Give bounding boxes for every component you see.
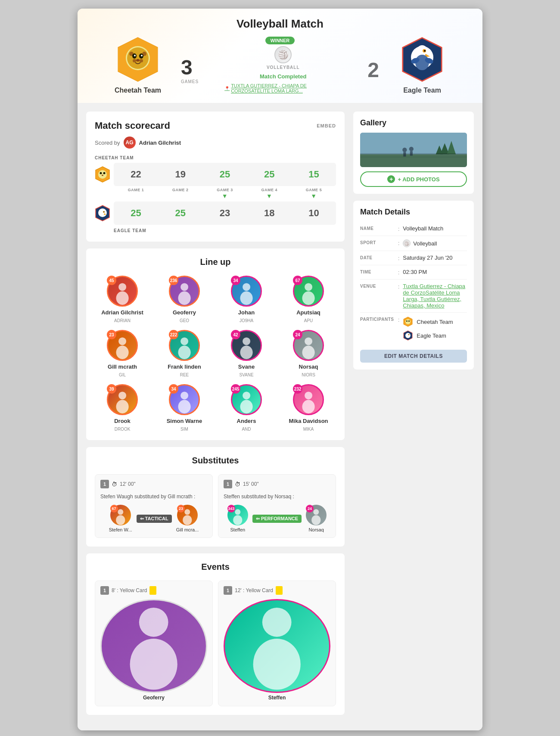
event-player-wrap: Steffen: [224, 599, 330, 701]
eagle-icon-small: [95, 205, 110, 222]
sub-number: 343: [227, 505, 235, 512]
svg-point-67: [314, 509, 319, 515]
detail-time-row: TIME : 02:30 PM: [360, 265, 467, 279]
add-photos-label: + ADD PHOTOS: [398, 176, 439, 183]
player-name: Anders: [237, 418, 256, 424]
event-player-wrap: Geoferry: [100, 599, 207, 701]
event-card: 1 8' : Yellow Card Geoferry: [95, 581, 213, 706]
detail-sport-row: SPORT : 🏐 Volleyball: [360, 236, 467, 251]
player-number: 39: [107, 384, 116, 394]
player-short: GIL: [119, 373, 126, 377]
event-card: 1 12' : Yellow Card Steffen: [218, 581, 336, 706]
cheetah-score-1: 22: [114, 163, 158, 186]
participant-eagle: Eagle Team: [403, 330, 453, 341]
svg-point-49: [243, 337, 250, 345]
player-number: 34: [231, 276, 240, 285]
player-name: Adrian Gilchrist: [101, 309, 143, 316]
sub-player-in-name: Norsaq: [308, 527, 324, 532]
scorecard-title: Match scorecard: [95, 120, 170, 131]
eagle-score-5: 10: [292, 202, 336, 225]
player-number: 42: [231, 330, 240, 339]
add-photos-button[interactable]: + + ADD PHOTOS: [360, 171, 467, 187]
player-card: 67 Aputsiaq APU: [281, 276, 336, 323]
player-number: 232: [293, 384, 302, 394]
event-player-name: Steffen: [268, 695, 286, 701]
detail-val-sport: 🏐 Volleyball: [403, 239, 437, 247]
svg-point-13: [136, 59, 140, 62]
sub-card: 1 ⏱ 12' 00" Stefen Waugh substituted by …: [95, 474, 213, 538]
player-short: SIM: [180, 427, 188, 432]
player-name: Svane: [238, 363, 255, 370]
player-card: 232 Mika Davidson MIKA: [281, 384, 336, 432]
svg-point-43: [305, 283, 312, 291]
left-score: 3: [181, 56, 199, 79]
detail-val-venue[interactable]: Tuxtla Gutierrez - Chiapa de CorzoSatéli…: [403, 283, 467, 309]
venue-link[interactable]: TUXTLA GUTIERREZ - CHIAPA DE CORZOSATÉLI…: [224, 83, 342, 93]
svg-point-55: [180, 391, 188, 399]
detail-key-time: TIME: [360, 269, 395, 276]
cheetah-score-row: 22 19 25 25 15: [95, 163, 336, 186]
lineup-title: Line up: [95, 257, 336, 267]
left-team: Cheetah Team: [95, 36, 181, 94]
svg-point-37: [118, 283, 126, 291]
sport-name: Volleyball: [413, 240, 437, 247]
player-short: ADRIAN: [114, 318, 131, 323]
svg-rect-75: [360, 157, 467, 158]
plus-icon: +: [387, 175, 395, 183]
svg-point-63: [184, 509, 190, 515]
cheetah-participant-icon: [403, 316, 413, 327]
events-title: Events: [95, 562, 336, 572]
cheetah-team-label: CHEETAH TEAM: [95, 155, 336, 160]
player-short: NIORS: [302, 373, 315, 377]
scored-by-label: Scored by: [95, 140, 120, 146]
events-grid: 1 8' : Yellow Card Geoferry: [95, 581, 336, 706]
event-time: 8' : Yellow Card: [112, 587, 147, 593]
eagle-participant-icon: [403, 330, 413, 341]
match-status: Match Completed: [260, 73, 306, 80]
svg-point-12: [141, 55, 143, 56]
player-name: Drook: [114, 418, 131, 424]
player-number: 236: [169, 276, 178, 285]
scorer-name: Adrian Gilchrist: [139, 140, 181, 146]
eagle-team-label: EAGLE TEAM: [114, 228, 336, 233]
svg-point-56: [178, 400, 190, 413]
event-header: 1 12' : Yellow Card: [224, 586, 330, 595]
substitutes-title: Substitutes: [95, 456, 336, 466]
svg-point-64: [183, 515, 192, 525]
players-grid: 45 Adrian Gilchrist ADRIAN 236 Geoferry: [95, 276, 336, 432]
embed-button[interactable]: EMBED: [317, 123, 336, 128]
svg-point-62: [116, 515, 125, 525]
gallery-title: Gallery: [360, 118, 467, 127]
detail-val-name: Volleyball Match: [403, 225, 467, 232]
right-team-logo: [401, 36, 444, 83]
sub-player-in-wrap: 23 Gill mcra...: [176, 505, 199, 532]
sub-player-out-wrap: 67 Stefen W...: [109, 505, 132, 532]
events-section: Events 1 8' : Yellow Card: [86, 553, 345, 715]
transfer-type-badge: ⇐ TACTICAL: [137, 515, 172, 523]
event-player-name: Geoferry: [143, 695, 165, 701]
event-player-avatar: [224, 599, 330, 693]
page-title: Volleyball Match: [95, 17, 465, 31]
player-name: Gill mcrath: [108, 363, 137, 370]
svg-point-39: [180, 283, 188, 291]
svg-point-58: [240, 400, 252, 413]
winner-badge: WINNER: [265, 37, 295, 44]
edit-match-details-button[interactable]: EDIT MATCH DETAILS: [360, 350, 467, 363]
transfer-type-badge: ⇐ PERFORMANCE: [252, 515, 302, 523]
cheetah-score-2: 19: [158, 163, 202, 186]
sub-player-out-name: Stefen W...: [109, 527, 132, 532]
svg-point-33: [98, 208, 107, 217]
player-card: 39 Drook DROOK: [95, 384, 150, 432]
svg-point-50: [240, 345, 252, 359]
yellow-card-icon: [276, 586, 283, 595]
svg-rect-80: [403, 152, 406, 156]
eagle-scores-grid: 25 25 23 18 10: [114, 202, 336, 225]
player-name: Norsaq: [299, 363, 318, 370]
player-number: 45: [107, 276, 116, 285]
cheetah-icon-small: [95, 166, 110, 183]
player-card: 23 Gill mcrath GIL: [95, 330, 150, 377]
svg-point-35: [104, 211, 105, 212]
left-team-logo: [116, 36, 159, 83]
svg-point-85: [406, 320, 408, 322]
player-number: 24: [293, 330, 302, 339]
